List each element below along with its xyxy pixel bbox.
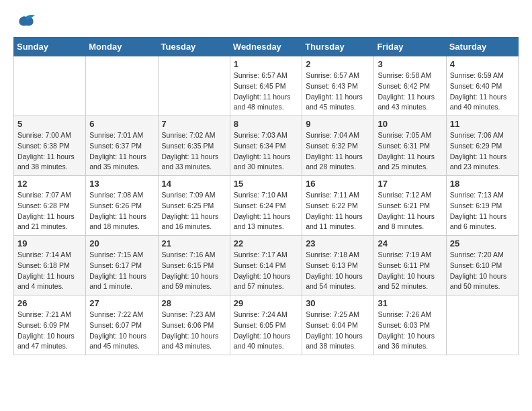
day-number: 7	[162, 119, 226, 129]
day-info: Sunrise: 7:03 AM Sunset: 6:34 PM Dayligh…	[234, 130, 298, 173]
day-info: Sunrise: 7:24 AM Sunset: 6:05 PM Dayligh…	[234, 310, 298, 352]
calendar-cell	[14, 56, 86, 116]
calendar-cell: 12Sunrise: 7:07 AM Sunset: 6:28 PM Dayli…	[14, 176, 86, 236]
day-info: Sunrise: 7:26 AM Sunset: 6:03 PM Dayligh…	[378, 310, 442, 352]
calendar-cell: 20Sunrise: 7:15 AM Sunset: 6:17 PM Dayli…	[86, 236, 158, 295]
day-number: 15	[234, 179, 298, 189]
day-info: Sunrise: 7:07 AM Sunset: 6:28 PM Dayligh…	[17, 190, 82, 232]
calendar-cell: 19Sunrise: 7:14 AM Sunset: 6:18 PM Dayli…	[14, 236, 86, 295]
calendar-header-thursday: Thursday	[302, 38, 374, 56]
day-number: 22	[234, 238, 298, 248]
day-number: 26	[17, 298, 82, 308]
day-info: Sunrise: 7:00 AM Sunset: 6:38 PM Dayligh…	[17, 130, 82, 173]
calendar-cell: 13Sunrise: 7:08 AM Sunset: 6:26 PM Dayli…	[86, 176, 158, 236]
calendar-header-tuesday: Tuesday	[158, 38, 230, 56]
day-number: 6	[89, 119, 154, 129]
day-number: 31	[378, 298, 442, 308]
day-number: 16	[306, 179, 370, 189]
calendar-cell: 23Sunrise: 7:18 AM Sunset: 6:13 PM Dayli…	[302, 236, 374, 295]
calendar-cell: 8Sunrise: 7:03 AM Sunset: 6:34 PM Daylig…	[230, 116, 302, 176]
calendar-header-friday: Friday	[374, 38, 446, 56]
day-number: 21	[162, 238, 226, 248]
day-info: Sunrise: 7:22 AM Sunset: 6:07 PM Dayligh…	[89, 310, 154, 352]
calendar-cell: 22Sunrise: 7:17 AM Sunset: 6:14 PM Dayli…	[230, 236, 302, 295]
day-number: 1	[234, 59, 298, 69]
calendar-cell: 17Sunrise: 7:12 AM Sunset: 6:21 PM Dayli…	[374, 176, 446, 236]
calendar-week-5: 26Sunrise: 7:21 AM Sunset: 6:09 PM Dayli…	[14, 295, 519, 355]
calendar-cell: 5Sunrise: 7:00 AM Sunset: 6:38 PM Daylig…	[14, 116, 86, 176]
day-info: Sunrise: 6:58 AM Sunset: 6:42 PM Dayligh…	[378, 71, 442, 113]
day-number: 5	[17, 119, 82, 129]
calendar-header-monday: Monday	[86, 38, 158, 56]
day-info: Sunrise: 7:23 AM Sunset: 6:06 PM Dayligh…	[162, 310, 226, 352]
calendar-cell: 9Sunrise: 7:04 AM Sunset: 6:32 PM Daylig…	[302, 116, 374, 176]
day-info: Sunrise: 7:19 AM Sunset: 6:11 PM Dayligh…	[378, 250, 442, 292]
day-info: Sunrise: 7:08 AM Sunset: 6:26 PM Dayligh…	[89, 190, 154, 232]
day-info: Sunrise: 7:01 AM Sunset: 6:37 PM Dayligh…	[89, 130, 154, 173]
day-number: 17	[378, 179, 442, 189]
calendar-cell: 15Sunrise: 7:10 AM Sunset: 6:24 PM Dayli…	[230, 176, 302, 236]
calendar-cell: 21Sunrise: 7:16 AM Sunset: 6:15 PM Dayli…	[158, 236, 230, 295]
calendar-cell: 30Sunrise: 7:25 AM Sunset: 6:04 PM Dayli…	[302, 295, 374, 355]
day-info: Sunrise: 6:57 AM Sunset: 6:43 PM Dayligh…	[306, 71, 370, 113]
calendar-header-wednesday: Wednesday	[230, 38, 302, 56]
day-number: 29	[234, 298, 298, 308]
calendar-week-1: 1Sunrise: 6:57 AM Sunset: 6:45 PM Daylig…	[14, 56, 519, 116]
calendar-week-4: 19Sunrise: 7:14 AM Sunset: 6:18 PM Dayli…	[14, 236, 519, 295]
day-number: 12	[17, 179, 82, 189]
calendar-cell: 11Sunrise: 7:06 AM Sunset: 6:29 PM Dayli…	[446, 116, 518, 176]
day-number: 2	[306, 59, 370, 69]
day-number: 14	[162, 179, 226, 189]
day-info: Sunrise: 7:10 AM Sunset: 6:24 PM Dayligh…	[234, 190, 298, 232]
day-info: Sunrise: 7:16 AM Sunset: 6:15 PM Dayligh…	[162, 250, 226, 292]
calendar-cell: 26Sunrise: 7:21 AM Sunset: 6:09 PM Dayli…	[14, 295, 86, 355]
calendar-cell: 28Sunrise: 7:23 AM Sunset: 6:06 PM Dayli…	[158, 295, 230, 355]
calendar-cell: 24Sunrise: 7:19 AM Sunset: 6:11 PM Dayli…	[374, 236, 446, 295]
day-info: Sunrise: 7:14 AM Sunset: 6:18 PM Dayligh…	[17, 250, 82, 292]
calendar-cell: 25Sunrise: 7:20 AM Sunset: 6:10 PM Dayli…	[446, 236, 518, 295]
calendar-cell: 4Sunrise: 6:59 AM Sunset: 6:40 PM Daylig…	[446, 56, 518, 116]
calendar-cell: 16Sunrise: 7:11 AM Sunset: 6:22 PM Dayli…	[302, 176, 374, 236]
day-info: Sunrise: 7:25 AM Sunset: 6:04 PM Dayligh…	[306, 310, 370, 352]
calendar-header-sunday: Sunday	[14, 38, 86, 56]
day-number: 10	[378, 119, 442, 129]
calendar-table: SundayMondayTuesdayWednesdayThursdayFrid…	[13, 37, 519, 355]
calendar-header-saturday: Saturday	[446, 38, 518, 56]
day-number: 23	[306, 238, 370, 248]
calendar-week-3: 12Sunrise: 7:07 AM Sunset: 6:28 PM Dayli…	[14, 176, 519, 236]
day-number: 11	[450, 119, 515, 129]
day-info: Sunrise: 7:12 AM Sunset: 6:21 PM Dayligh…	[378, 190, 442, 232]
calendar-cell	[158, 56, 230, 116]
day-number: 18	[450, 179, 515, 189]
day-number: 28	[162, 298, 226, 308]
day-info: Sunrise: 7:21 AM Sunset: 6:09 PM Dayligh…	[17, 310, 82, 352]
calendar-cell: 31Sunrise: 7:26 AM Sunset: 6:03 PM Dayli…	[374, 295, 446, 355]
day-info: Sunrise: 7:09 AM Sunset: 6:25 PM Dayligh…	[162, 190, 226, 232]
day-number: 8	[234, 119, 298, 129]
day-info: Sunrise: 7:05 AM Sunset: 6:31 PM Dayligh…	[378, 130, 442, 173]
calendar-cell: 29Sunrise: 7:24 AM Sunset: 6:05 PM Dayli…	[230, 295, 302, 355]
day-info: Sunrise: 6:59 AM Sunset: 6:40 PM Dayligh…	[450, 71, 515, 113]
calendar-cell: 2Sunrise: 6:57 AM Sunset: 6:43 PM Daylig…	[302, 56, 374, 116]
day-number: 9	[306, 119, 370, 129]
day-number: 25	[450, 238, 515, 248]
day-number: 27	[89, 298, 154, 308]
day-info: Sunrise: 6:57 AM Sunset: 6:45 PM Dayligh…	[234, 71, 298, 113]
day-number: 13	[89, 179, 154, 189]
calendar-cell: 10Sunrise: 7:05 AM Sunset: 6:31 PM Dayli…	[374, 116, 446, 176]
calendar-cell: 1Sunrise: 6:57 AM Sunset: 6:45 PM Daylig…	[230, 56, 302, 116]
calendar-cell: 18Sunrise: 7:13 AM Sunset: 6:19 PM Dayli…	[446, 176, 518, 236]
calendar-cell: 3Sunrise: 6:58 AM Sunset: 6:42 PM Daylig…	[374, 56, 446, 116]
day-number: 4	[450, 59, 515, 69]
calendar-cell: 14Sunrise: 7:09 AM Sunset: 6:25 PM Dayli…	[158, 176, 230, 236]
calendar-cell: 7Sunrise: 7:02 AM Sunset: 6:35 PM Daylig…	[158, 116, 230, 176]
day-info: Sunrise: 7:13 AM Sunset: 6:19 PM Dayligh…	[450, 190, 515, 232]
day-info: Sunrise: 7:11 AM Sunset: 6:22 PM Dayligh…	[306, 190, 370, 232]
day-number: 20	[89, 238, 154, 248]
calendar-header-row: SundayMondayTuesdayWednesdayThursdayFrid…	[14, 38, 519, 56]
calendar-cell	[446, 295, 518, 355]
calendar-cell: 27Sunrise: 7:22 AM Sunset: 6:07 PM Dayli…	[86, 295, 158, 355]
day-info: Sunrise: 7:06 AM Sunset: 6:29 PM Dayligh…	[450, 130, 515, 173]
calendar-cell	[86, 56, 158, 116]
day-info: Sunrise: 7:20 AM Sunset: 6:10 PM Dayligh…	[450, 250, 515, 292]
